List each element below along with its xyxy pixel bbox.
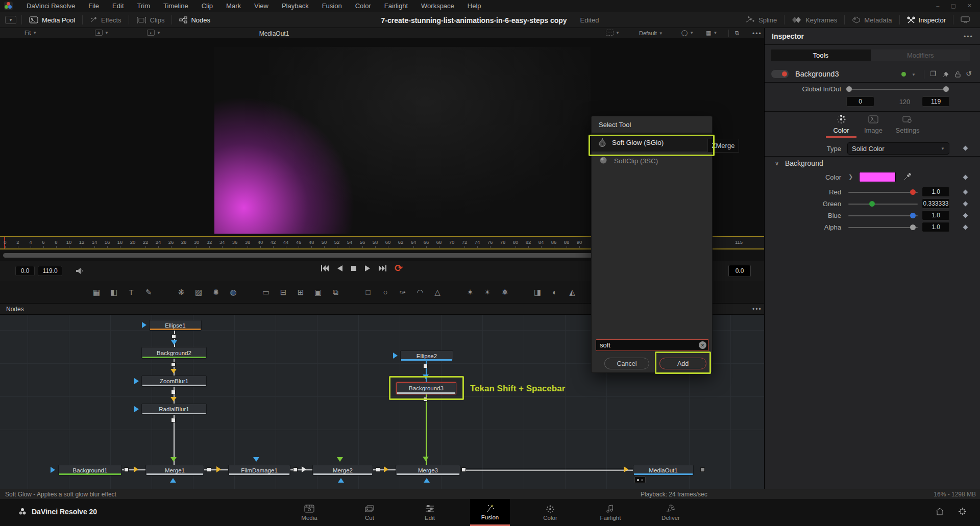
tool-search-input[interactable]	[596, 339, 709, 351]
first-frame-button[interactable]	[321, 265, 329, 272]
eyedropper-icon[interactable]	[903, 172, 912, 181]
panel-toggle-button[interactable]: ▾	[5, 16, 16, 24]
ellipse-mask-icon[interactable]: ○	[377, 288, 394, 297]
menu-timeline[interactable]: Timeline	[157, 2, 195, 10]
shape-3d-icon[interactable]: ◐	[546, 288, 564, 297]
cancel-button[interactable]: Cancel	[604, 358, 649, 369]
channel-slider[interactable]	[848, 227, 918, 228]
lock-icon[interactable]	[954, 70, 961, 78]
node-mediaout1[interactable]: MediaOut1	[633, 465, 694, 475]
channel-slider-handle[interactable]	[910, 213, 916, 218]
maximize-icon[interactable]: ▢	[950, 3, 955, 9]
play-reverse-button[interactable]	[337, 265, 343, 272]
channel-value-field[interactable]: 1.0	[922, 187, 950, 197]
minimize-icon[interactable]: –	[936, 3, 939, 9]
global-inout-slider[interactable]	[848, 89, 947, 90]
tab-modifiers[interactable]: Modifiers	[871, 49, 971, 61]
play-button[interactable]	[364, 265, 371, 272]
merge-tool-icon[interactable]: ⊟	[275, 288, 292, 297]
inspector-options-menu[interactable]: •••	[964, 33, 973, 40]
particle-render-icon[interactable]: ✴	[479, 288, 496, 297]
blur-tool-icon[interactable]: ◍	[225, 288, 242, 297]
particles-tool-icon[interactable]: ❋	[173, 288, 190, 297]
page-fairlight[interactable]: Fairlight	[591, 499, 630, 526]
add-button[interactable]: Add	[659, 358, 706, 369]
clear-search-icon[interactable]: ✕	[699, 341, 706, 349]
home-icon[interactable]	[935, 507, 944, 516]
inspector-button[interactable]: Inspector	[900, 12, 953, 28]
channel-keyframe-diamond[interactable]	[963, 202, 968, 207]
channel-value-field[interactable]: 0.333333	[922, 198, 950, 209]
channel-value-field[interactable]: 1.0	[922, 210, 950, 220]
range-end-field[interactable]: 119.0	[38, 266, 62, 276]
menu-mark[interactable]: Mark	[219, 2, 248, 10]
page-edit[interactable]: Edit	[410, 499, 450, 526]
menu-clip[interactable]: Clip	[195, 2, 219, 10]
viewer-gamut-dropdown[interactable]: ◯▼	[681, 30, 694, 36]
tab-settings[interactable]: Settings	[892, 114, 923, 134]
panel-layout-button[interactable]	[953, 12, 980, 28]
spline-button[interactable]: Spline	[739, 12, 784, 28]
effects-button[interactable]: Effects	[83, 12, 129, 28]
channel-slider-handle[interactable]	[910, 189, 916, 195]
checker-tool-icon[interactable]: ▨	[190, 288, 207, 297]
node-ellipse2[interactable]: Ellipse2	[400, 350, 453, 361]
section-collapse-icon[interactable]: ∨	[775, 160, 779, 167]
triangle-mask-icon[interactable]: △	[429, 288, 446, 297]
media-pool-button[interactable]: Media Pool	[22, 12, 82, 28]
menu-view[interactable]: View	[248, 2, 275, 10]
transform-tool-icon[interactable]: ⊞	[292, 288, 309, 297]
channel-value-field[interactable]: 1.0	[922, 222, 950, 232]
particle-emitter-icon[interactable]: ✶	[461, 288, 479, 297]
page-color[interactable]: Color	[530, 499, 570, 526]
viewer-options-menu[interactable]: •••	[752, 30, 762, 37]
paint-tool-icon[interactable]: ✎	[140, 288, 157, 297]
color-expand-icon[interactable]: ❯	[848, 173, 853, 180]
reset-icon[interactable]: ↺	[966, 69, 972, 78]
page-deliver[interactable]: Deliver	[651, 499, 691, 526]
tab-image[interactable]: Image	[858, 114, 889, 134]
tab-tools[interactable]: Tools	[771, 49, 871, 61]
node-merge1[interactable]: Merge1	[145, 465, 204, 475]
color-swatch[interactable]	[859, 172, 896, 182]
clips-button[interactable]: Clips	[129, 12, 172, 28]
node-zoomblur1[interactable]: ZoomBlur1	[141, 375, 207, 387]
media-in-tool-icon[interactable]: ▦	[88, 288, 105, 297]
node-enable-toggle[interactable]	[771, 70, 789, 78]
close-icon[interactable]: ✕	[967, 3, 972, 9]
dialog-result-soft-glow[interactable]: Soft Glow (SGlo)	[592, 133, 712, 152]
global-in-field[interactable]: 0	[846, 96, 874, 107]
tab-color[interactable]: Color	[826, 114, 856, 138]
menu-help[interactable]: Help	[461, 2, 488, 10]
menu-color[interactable]: Color	[349, 2, 378, 10]
viewer-roi-dropdown[interactable]: ⋯▼	[606, 30, 620, 36]
dialog-result-softclip[interactable]: SoftClip (3SC)	[592, 152, 712, 170]
menu-fairlight[interactable]: Fairlight	[378, 2, 414, 10]
channel-slider[interactable]	[848, 204, 918, 205]
type-keyframe-diamond[interactable]	[963, 146, 968, 151]
current-frame-field[interactable]: 0.0	[728, 265, 751, 277]
rectangle-mask-icon[interactable]: □	[359, 288, 377, 297]
node-background3[interactable]: Background3	[396, 382, 456, 394]
dissolve-tool-icon[interactable]: ◧	[105, 288, 122, 297]
glow-tool-icon[interactable]: ✺	[207, 288, 225, 297]
audio-mute-icon[interactable]	[76, 267, 85, 275]
page-cut[interactable]: Cut	[350, 499, 389, 526]
menu-playback[interactable]: Playback	[275, 2, 315, 10]
node-background2[interactable]: Background2	[141, 347, 207, 359]
last-frame-button[interactable]	[378, 265, 387, 272]
chevron-down-icon[interactable]: ▼	[912, 72, 916, 77]
node-merge3[interactable]: Merge3	[396, 465, 460, 475]
type-dropdown[interactable]: Solid Color▼	[847, 142, 949, 155]
menu-fusion[interactable]: Fusion	[315, 2, 349, 10]
text-tool-icon[interactable]: T	[122, 288, 140, 297]
viewer-lut-dropdown[interactable]: Default▼	[639, 30, 663, 36]
global-out-field[interactable]: 119	[922, 96, 950, 107]
menu-trim[interactable]: Trim	[131, 2, 157, 10]
stop-button[interactable]	[351, 265, 357, 271]
layers-tool-icon[interactable]: ⧉	[327, 288, 344, 297]
global-in-handle[interactable]	[846, 86, 852, 92]
timeline-scrollbar[interactable]	[3, 253, 603, 258]
range-start-field[interactable]: 0.0	[15, 266, 35, 276]
node-background1[interactable]: Background1	[58, 465, 122, 475]
